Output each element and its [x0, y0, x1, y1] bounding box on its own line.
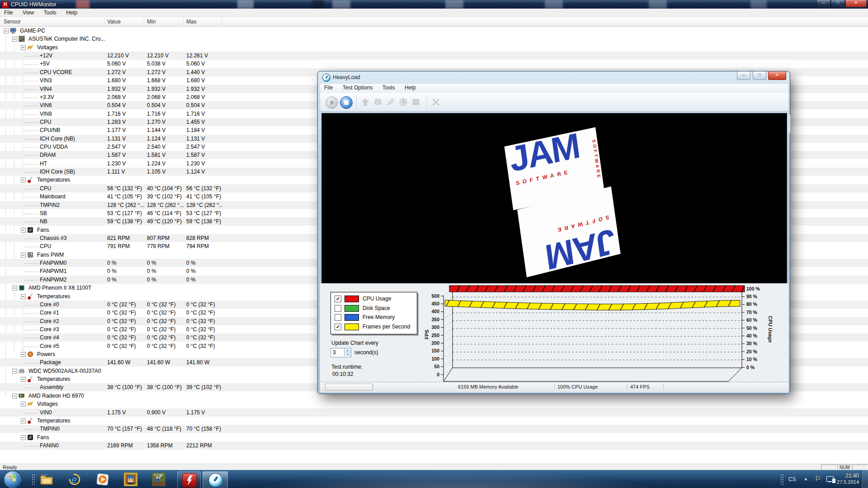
- tray-show-hidden-icons[interactable]: ▲: [804, 477, 808, 481]
- column-max[interactable]: Max: [186, 19, 197, 25]
- sensor-max: 53 °C (127 °F): [186, 210, 222, 216]
- legend-checkbox[interactable]: [335, 305, 341, 312]
- cpu-icon: [19, 285, 25, 291]
- sensor-max: 0 °C (32 °F): [186, 343, 222, 349]
- stress-memory-icon[interactable]: [411, 98, 420, 107]
- heavyload-titlebar[interactable]: HeavyLoad ─ □ ✕: [318, 71, 790, 83]
- tree-row-12v[interactable]: +12V12.210 V12.210 V12.261 V: [0, 52, 868, 60]
- legend-checkbox[interactable]: ✓: [335, 296, 341, 302]
- update-interval-stepper[interactable]: 3 ▲ ▼: [330, 348, 351, 357]
- sensor-max: 0 %: [186, 277, 222, 283]
- expand-collapse-icon[interactable]: [21, 294, 26, 299]
- sensor-max: 1.587 V: [186, 152, 222, 158]
- close-button[interactable]: ✕: [768, 71, 786, 80]
- sensor-min: 2.540 V: [147, 144, 185, 150]
- sensor-value: 0 °C (32 °F): [107, 334, 146, 341]
- sensor-min: 49 °C (120 °F): [147, 218, 185, 225]
- tree-row-tmpin0[interactable]: TMPIN070 °C (157 °F)48 °C (118 °F)70 °C …: [0, 425, 868, 433]
- minimize-button[interactable]: ─: [816, 0, 830, 7]
- tray-language-indicator[interactable]: CS: [788, 476, 796, 483]
- expand-collapse-icon[interactable]: [21, 253, 26, 258]
- expand-collapse-icon[interactable]: [21, 352, 26, 357]
- sensor-label: Voltages: [37, 44, 123, 51]
- expand-collapse-icon[interactable]: [21, 45, 26, 50]
- svg-text:90 %: 90 %: [746, 294, 758, 299]
- expand-collapse-icon[interactable]: [12, 286, 17, 291]
- sensor-min: 38 °C (100 °F): [147, 384, 185, 390]
- toolbar-grip[interactable]: [32, 474, 36, 485]
- start-test-icon[interactable]: [326, 96, 338, 109]
- stress-disk-icon[interactable]: [373, 98, 382, 107]
- menu-test-options[interactable]: Test Options: [339, 84, 377, 92]
- sensor-value: 1.111 V: [107, 169, 146, 175]
- svg-text:CPU Usage: CPU Usage: [768, 316, 773, 343]
- sensor-max: 128 °C (262 °...: [186, 202, 222, 208]
- start-button[interactable]: [4, 471, 22, 488]
- taskbar-item-windows-media-player[interactable]: [96, 473, 109, 486]
- minimize-button[interactable]: ─: [737, 71, 750, 80]
- svg-text:250: 250: [431, 333, 439, 338]
- menu-view[interactable]: View: [19, 9, 38, 17]
- tree-row-5v[interactable]: +5V5.060 V5.038 V5.060 V: [0, 60, 868, 68]
- stepper-down-icon[interactable]: ▼: [344, 352, 351, 356]
- expand-collapse-icon[interactable]: [21, 418, 26, 423]
- menu-tools[interactable]: Tools: [40, 9, 61, 17]
- expand-collapse-icon[interactable]: [21, 377, 26, 382]
- tree-row-vin0[interactable]: VIN01.175 V0.900 V1.175 V: [0, 408, 868, 417]
- maximize-button[interactable]: □: [831, 0, 845, 7]
- tree-row-fans[interactable]: Fans: [0, 433, 868, 441]
- menu-help[interactable]: Help: [62, 9, 81, 17]
- taskbar-item-red-lightning-app[interactable]: [177, 471, 201, 488]
- menu-help[interactable]: Help: [401, 84, 420, 92]
- tree-row-game-pc[interactable]: GAME-PC: [0, 27, 868, 35]
- taskbar-item-pixel-game-1[interactable]: [124, 473, 137, 486]
- close-button[interactable]: ✕: [845, 0, 867, 7]
- expand-collapse-icon[interactable]: [12, 369, 17, 374]
- column-min[interactable]: Min: [147, 19, 156, 25]
- column-sensor[interactable]: Sensor: [4, 19, 21, 25]
- tree-row-asustek-computer-inc-cro[interactable]: ASUSTeK Computer INC. Cro...: [0, 35, 868, 43]
- tray-grip[interactable]: [780, 474, 784, 485]
- taskbar-item-windows-explorer[interactable]: [40, 473, 53, 486]
- expand-collapse-icon[interactable]: [21, 435, 26, 440]
- stress-gpu-icon[interactable]: [361, 98, 370, 107]
- lightning-bolt-icon: [186, 475, 193, 485]
- tree-row-temperatures[interactable]: Temperatures: [0, 417, 868, 425]
- show-desktop-button[interactable]: [861, 470, 868, 488]
- menu-file[interactable]: File: [320, 84, 337, 92]
- svg-text:450: 450: [431, 301, 439, 306]
- expand-collapse-icon[interactable]: [4, 28, 9, 33]
- tray-clock-time[interactable]: 21:40: [835, 473, 859, 479]
- menu-file[interactable]: File: [0, 9, 17, 17]
- fan-icon: [27, 227, 33, 233]
- stepper-up-icon[interactable]: ▲: [344, 348, 351, 352]
- stress-write-icon[interactable]: [386, 98, 395, 107]
- expand-collapse-icon[interactable]: [21, 402, 26, 407]
- expand-collapse-icon[interactable]: [21, 178, 26, 183]
- taskbar-item-internet-explorer[interactable]: e: [68, 473, 81, 486]
- tree-row-voltages[interactable]: Voltages: [0, 43, 868, 52]
- tray-clock-date[interactable]: 27.5.2014: [832, 479, 859, 485]
- taskbar-item-pixel-game-2[interactable]: [152, 473, 165, 486]
- column-value[interactable]: Value: [107, 19, 121, 25]
- test-progress-indicator: [325, 384, 373, 391]
- tree-row-voltages[interactable]: Voltages: [0, 400, 868, 408]
- expand-collapse-icon[interactable]: [12, 37, 17, 42]
- stop-test-icon[interactable]: [340, 96, 353, 109]
- sensor-value: 1.230 V: [107, 160, 146, 167]
- status-memory-available: 6159 MB Memory Available: [458, 384, 519, 389]
- taskbar-item-heavyload[interactable]: [203, 471, 228, 488]
- maximize-button[interactable]: □: [753, 71, 766, 80]
- legend-checkbox[interactable]: ✓: [335, 324, 341, 330]
- fanpwm-icon: [27, 252, 33, 258]
- expand-collapse-icon[interactable]: [21, 228, 26, 233]
- svg-text:500: 500: [431, 293, 439, 299]
- sensor-max: 0 °C (32 °F): [186, 334, 222, 341]
- expand-collapse-icon[interactable]: [12, 394, 17, 399]
- action-center-flag-icon[interactable]: ⚐: [815, 474, 821, 483]
- settings-wrench-icon[interactable]: [431, 98, 440, 107]
- stress-cpu-time-icon[interactable]: [399, 98, 408, 107]
- tree-row-fanin0[interactable]: FANIN02169 RPM1358 RPM2212 RPM: [0, 441, 868, 450]
- legend-checkbox[interactable]: [335, 314, 341, 321]
- menu-tools[interactable]: Tools: [378, 84, 399, 92]
